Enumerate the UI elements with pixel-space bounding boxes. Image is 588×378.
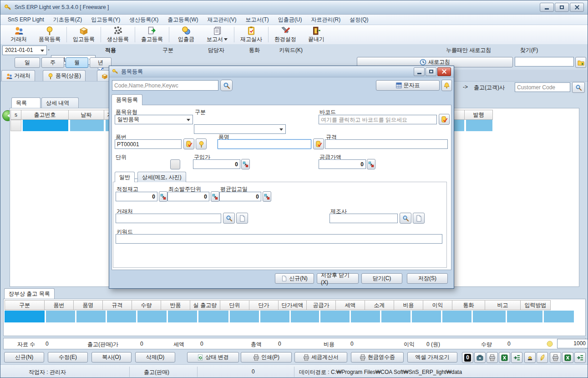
selected-cell[interactable] [5, 311, 45, 322]
col-issue[interactable]: 발행 [465, 110, 493, 120]
dialog-minimize-button[interactable] [414, 67, 425, 76]
dialog-new-button[interactable]: 신규(N) [275, 273, 314, 284]
min-order-input[interactable] [167, 192, 209, 201]
col-net-out[interactable]: 실 출고량 [190, 300, 220, 310]
toolbar-report-button[interactable]: 보고서 [202, 26, 233, 43]
col-cost[interactable]: 비용 [394, 300, 423, 310]
menu-settings[interactable]: 설정(Q) [345, 15, 373, 25]
toolbar-inbound-button[interactable]: 입고등록 [68, 26, 99, 43]
dialog-save-close-button[interactable]: 저장후 닫기(X) [317, 273, 359, 284]
col-item-name[interactable]: 품명 [74, 300, 103, 310]
min-order-calc-button[interactable] [211, 191, 219, 202]
sign-button[interactable] [537, 352, 548, 363]
excel-import-button[interactable]: 엑셀 가져오기 [407, 352, 457, 363]
toolbar-production-button[interactable]: 생산등록 [102, 26, 133, 43]
col-input-method[interactable]: 입력방법 [521, 300, 551, 310]
row-cell[interactable] [466, 120, 492, 131]
period-year-button[interactable]: 년 [90, 57, 112, 68]
charmap-button[interactable]: 문자표 [376, 80, 440, 91]
dialog-tab-item-register[interactable]: 품목등록 [112, 94, 142, 105]
category-combo[interactable] [194, 124, 286, 134]
dialog-maximize-button[interactable] [426, 67, 436, 76]
cash-receipt-button[interactable]: 현금영수증 [351, 352, 404, 363]
export-rows-button[interactable] [511, 352, 522, 363]
toolbar-item-register-button[interactable]: 품목등록 [34, 26, 65, 43]
alert-bell-button[interactable] [441, 80, 452, 91]
dialog-tab-general[interactable]: 일반 [115, 172, 135, 182]
report-dropdown-arrow[interactable] [224, 38, 228, 42]
print-button[interactable]: 인쇄(P) [241, 352, 292, 363]
dialog-save-button[interactable]: 저장(S) [407, 273, 448, 284]
barcode-read-button[interactable] [439, 114, 450, 125]
keyword-input[interactable] [116, 234, 442, 244]
menu-basic-register[interactable]: 기초등록(Z) [49, 15, 86, 25]
col-tax[interactable]: 세액 [336, 300, 365, 310]
tab-list[interactable]: 목록 [11, 97, 41, 108]
copy-button[interactable]: 복사(O) [91, 352, 132, 363]
vendor-search-button[interactable] [223, 213, 235, 224]
maximize-button[interactable] [555, 3, 569, 12]
tab-clients[interactable]: 거래처 [1, 70, 35, 81]
toolbar-cash-button[interactable]: 입출금 [171, 26, 202, 43]
col-price[interactable]: 단가 [249, 300, 279, 310]
tab-items[interactable]: 품목(상품) [43, 70, 86, 81]
dialog-search-button[interactable] [220, 80, 233, 91]
col-date[interactable]: 날짜 [69, 110, 104, 120]
toolbar-settings-button[interactable]: 환경설정 [270, 26, 301, 43]
avg-inbound-input[interactable] [219, 192, 261, 201]
toolbar-clients-button[interactable]: 거래처 [3, 26, 34, 43]
item-no-generate-button[interactable] [183, 138, 194, 149]
dialog-close-button2[interactable]: 닫기(C) [361, 273, 402, 284]
new-button[interactable]: 신규(N) [4, 352, 44, 363]
row-cell[interactable] [70, 120, 104, 131]
dialog-tab-detail-memo[interactable]: 상세(메모, 사진) [137, 172, 186, 182]
status-change-button[interactable]: 상태 변경 [187, 352, 239, 363]
toolbar-exit-button[interactable]: 끝내기 [301, 26, 332, 43]
date-from-combo[interactable]: 2021-01-01 [2, 46, 47, 55]
excel-export-button[interactable] [499, 352, 510, 363]
find-input[interactable] [515, 57, 574, 66]
print-list-button[interactable] [487, 352, 498, 363]
col-profit[interactable]: 이익 [423, 300, 452, 310]
minimize-button[interactable] [540, 3, 554, 12]
menu-reports[interactable]: 보고서(T) [241, 15, 273, 25]
col-supply[interactable]: 공급가 [307, 300, 336, 310]
col-spec[interactable]: 규격 [103, 300, 132, 310]
purchase-price-input[interactable] [193, 159, 240, 169]
col-select[interactable]: s [10, 110, 21, 120]
col-subtotal[interactable]: 소계 [365, 300, 394, 310]
vendor-input[interactable] [116, 214, 221, 223]
col-price-tax[interactable]: 단가세액 [279, 300, 307, 310]
item-name-check-button[interactable] [313, 138, 324, 149]
barcode-input[interactable] [319, 115, 437, 124]
manufacturer-new-button[interactable] [413, 213, 425, 224]
col-note[interactable]: 비고 [485, 300, 521, 310]
item-no-key-button[interactable] [196, 138, 207, 149]
menu-inbound-register[interactable]: 입고등록(Y) [86, 15, 125, 25]
col-item-no[interactable]: 품번 [45, 300, 74, 310]
safe-stock-input[interactable] [116, 192, 157, 201]
col-return[interactable]: 반품 [161, 300, 190, 310]
customer-search-button[interactable] [572, 82, 585, 93]
menu-inventory[interactable]: 재고관리(V) [203, 15, 241, 25]
print-detail-button[interactable] [550, 352, 561, 363]
dialog-search-input[interactable] [112, 80, 218, 91]
toolbar-stocktake-button[interactable]: 재고실사 [236, 26, 267, 43]
manufacturer-input[interactable] [329, 214, 398, 223]
menu-data-management[interactable]: 자료관리(R) [306, 15, 345, 25]
export-detail-button[interactable] [574, 352, 586, 363]
item-name-input[interactable] [218, 139, 311, 149]
edit-button[interactable]: 수정(E) [48, 352, 88, 363]
period-day-button[interactable]: 일 [15, 57, 40, 68]
camera-button[interactable] [474, 352, 486, 363]
row-indicator-cell[interactable] [10, 120, 21, 131]
col-currency[interactable]: 통화 [452, 300, 485, 310]
purchase-calc-button[interactable] [241, 159, 250, 169]
manufacturer-search-button[interactable] [400, 213, 411, 224]
excel-detail-button[interactable] [562, 352, 573, 363]
item-type-combo[interactable]: 일반품목 [115, 115, 193, 124]
period-month-button[interactable]: 월 [66, 57, 88, 68]
customer-code-input[interactable] [515, 82, 570, 92]
page-size-box[interactable]: 1000 [557, 339, 588, 348]
menu-cashflow[interactable]: 입출금(U) [274, 15, 307, 25]
